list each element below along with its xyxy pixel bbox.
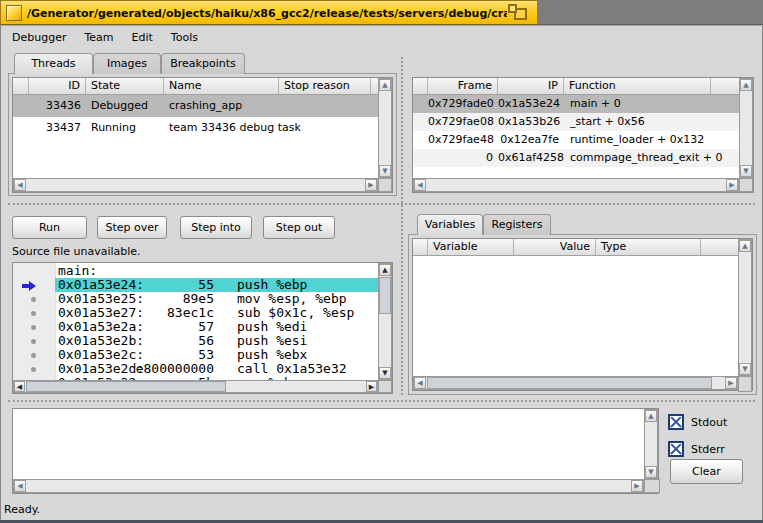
step-out-button[interactable]: Step out xyxy=(263,216,335,239)
variables-col-type[interactable]: Type xyxy=(596,239,701,256)
scroll-down-icon[interactable]: ▼ xyxy=(379,165,391,177)
frames-col-spacer[interactable] xyxy=(413,78,428,95)
variables-horizontal-scrollbar[interactable]: ◀ ▶ xyxy=(413,376,738,390)
scroll-up-icon[interactable]: ▲ xyxy=(739,240,751,252)
scroll-up-icon[interactable]: ▲ xyxy=(645,410,657,422)
step-over-button[interactable]: Step over xyxy=(97,216,167,239)
tab-variables[interactable]: Variables xyxy=(417,214,483,235)
scroll-left-icon[interactable]: ◀ xyxy=(14,179,26,191)
breakpoint-dot-icon[interactable] xyxy=(31,325,36,330)
clear-button[interactable]: Clear xyxy=(670,459,743,484)
disassembly-row[interactable]: 0x01a53e27: 83ec1c sub $0x1c, %esp xyxy=(13,306,378,320)
threads-col-spacer[interactable] xyxy=(13,78,29,95)
console-vertical-scrollbar[interactable]: ▲ ▼ xyxy=(644,409,658,479)
menu-team[interactable]: Team xyxy=(82,29,115,46)
console-output[interactable] xyxy=(13,409,644,479)
variables-col-variable[interactable]: Variable xyxy=(428,239,514,256)
variables-col-spacer[interactable] xyxy=(413,239,428,256)
scroll-right-icon[interactable]: ▶ xyxy=(365,179,377,191)
frames-horizontal-scrollbar[interactable]: ◀ ▶ xyxy=(413,178,739,192)
frame-row[interactable]: 0 0x61af4258 commpage_thread_exit + 0 xyxy=(413,149,741,167)
window-title: /Generator/generated/objects/haiku/x86_g… xyxy=(27,1,507,26)
symbol-row[interactable]: main: xyxy=(13,264,378,278)
disassembly-row[interactable]: 0x01a53e2b: 56 push %esi xyxy=(13,334,378,348)
breakpoint-dot-icon[interactable] xyxy=(31,339,36,344)
zoom-button[interactable] xyxy=(507,4,535,23)
threads-vertical-scrollbar[interactable]: ▲ ▼ xyxy=(378,78,392,178)
threads-col-name[interactable]: Name xyxy=(164,78,279,95)
variables-table: Variable Value Type ▲ ▼ ◀ ▶ xyxy=(412,238,753,391)
run-button[interactable]: Run xyxy=(12,216,87,239)
scroll-up-icon[interactable]: ▲ xyxy=(379,264,391,276)
frames-col-frame[interactable]: Frame xyxy=(428,78,498,95)
disassembly-horizontal-scrollbar[interactable]: ◀ ▶ xyxy=(13,380,378,393)
frames-col-function[interactable]: Function xyxy=(564,78,711,95)
scroll-left-icon[interactable]: ◀ xyxy=(14,480,26,492)
scrollbar-thumb[interactable] xyxy=(26,381,226,392)
scroll-up-icon[interactable]: ▲ xyxy=(740,79,752,91)
scroll-left-icon[interactable]: ◀ xyxy=(414,179,426,191)
frames-col-ip[interactable]: IP xyxy=(498,78,564,95)
scroll-right-icon[interactable]: ▶ xyxy=(726,179,738,191)
menu-tools[interactable]: Tools xyxy=(169,29,200,46)
scroll-down-icon[interactable]: ▼ xyxy=(645,466,657,478)
vertical-splitter[interactable] xyxy=(401,57,403,395)
tab-threads[interactable]: Threads xyxy=(14,53,93,74)
menu-debugger[interactable]: Debugger xyxy=(10,29,68,46)
close-button[interactable] xyxy=(6,5,22,21)
scroll-right-icon[interactable]: ▶ xyxy=(366,381,377,392)
frames-vertical-scrollbar[interactable]: ▲ ▼ xyxy=(739,78,753,178)
disassembly-row-current[interactable]: 0x01a53e24: 55 push %ebp xyxy=(13,278,378,292)
scroll-up-icon[interactable]: ▲ xyxy=(379,79,391,91)
status-bar-text: Ready. xyxy=(4,503,40,516)
disassembly-view: main: 0x01a53e24: 55 push %ebp 0x01a53e2… xyxy=(12,262,393,394)
frame-row[interactable]: 0x729fae08 0x1a53b26 _start + 0x56 xyxy=(413,113,741,131)
scroll-down-icon[interactable]: ▼ xyxy=(379,367,391,379)
breakpoint-dot-icon[interactable] xyxy=(31,297,36,302)
titlebar-tab[interactable]: /Generator/generated/objects/haiku/x86_g… xyxy=(0,0,538,25)
disassembly-row[interactable]: 0x01a53e2a: 57 push %edi xyxy=(13,320,378,334)
breakpoint-dot-icon[interactable] xyxy=(31,367,36,372)
console-horizontal-scrollbar[interactable]: ◀ ▶ xyxy=(13,479,644,493)
frame-row[interactable]: 0x729fae48 0x12ea7fe runtime_loader + 0x… xyxy=(413,131,741,149)
tab-registers[interactable]: Registers xyxy=(483,214,551,235)
horizontal-splitter[interactable] xyxy=(8,400,755,402)
scrollbar-thumb[interactable] xyxy=(379,277,391,314)
tab-images[interactable]: Images xyxy=(93,53,161,74)
disassembly-row[interactable]: 0x01a53e2d: e800000000 call 0x1a53e32 xyxy=(13,362,378,376)
source-status-label: Source file unavailable. xyxy=(12,245,141,258)
scroll-left-icon[interactable]: ◀ xyxy=(414,377,426,389)
instruction-mnemonic: push %ebx xyxy=(237,348,307,362)
checkbox-icon[interactable] xyxy=(668,414,684,430)
threads-col-stop-reason[interactable]: Stop reason xyxy=(279,78,371,95)
threads-horizontal-scrollbar[interactable]: ◀ ▶ xyxy=(13,178,378,192)
scroll-left-icon[interactable]: ◀ xyxy=(14,381,25,392)
checkbox-icon[interactable] xyxy=(668,441,684,457)
thread-id: 33437 xyxy=(29,117,81,139)
stdout-checkbox[interactable]: Stdout xyxy=(668,414,727,430)
breakpoint-dot-icon[interactable] xyxy=(31,353,36,358)
horizontal-splitter[interactable] xyxy=(8,203,755,205)
scroll-down-icon[interactable]: ▼ xyxy=(739,363,751,375)
stderr-checkbox[interactable]: Stderr xyxy=(668,441,725,457)
scroll-right-icon[interactable]: ▶ xyxy=(725,377,737,389)
breakpoint-dot-icon[interactable] xyxy=(31,311,36,316)
disassembly-row[interactable]: 0x01a53e2c: 53 push %ebx xyxy=(13,348,378,362)
disassembly-vertical-scrollbar[interactable]: ▲ ▼ xyxy=(378,263,392,380)
disassembly-row[interactable]: 0x01a53e25: 89e5 mov %esp, %ebp xyxy=(13,292,378,306)
threads-col-state[interactable]: State xyxy=(86,78,164,95)
scroll-right-icon[interactable]: ▶ xyxy=(631,480,643,492)
scrollbar-thumb[interactable] xyxy=(427,377,712,389)
variables-col-value[interactable]: Value xyxy=(514,239,596,256)
disassembly-content[interactable]: main: 0x01a53e24: 55 push %ebp 0x01a53e2… xyxy=(13,263,378,380)
frame-row[interactable]: 0x729fade0 0x1a53e24 main + 0 xyxy=(413,95,741,113)
threads-col-id[interactable]: ID xyxy=(29,78,86,95)
scroll-down-icon[interactable]: ▼ xyxy=(740,165,752,177)
thread-row[interactable]: 33436 Debugged crashing_app xyxy=(13,95,380,117)
menu-edit[interactable]: Edit xyxy=(130,29,155,46)
step-into-button[interactable]: Step into xyxy=(180,216,252,239)
scrollbar-corner xyxy=(378,178,392,192)
thread-row[interactable]: 33437 Running team 33436 debug task xyxy=(13,117,380,139)
tab-breakpoints[interactable]: Breakpoints xyxy=(161,53,245,74)
variables-vertical-scrollbar[interactable]: ▲ ▼ xyxy=(738,239,752,376)
